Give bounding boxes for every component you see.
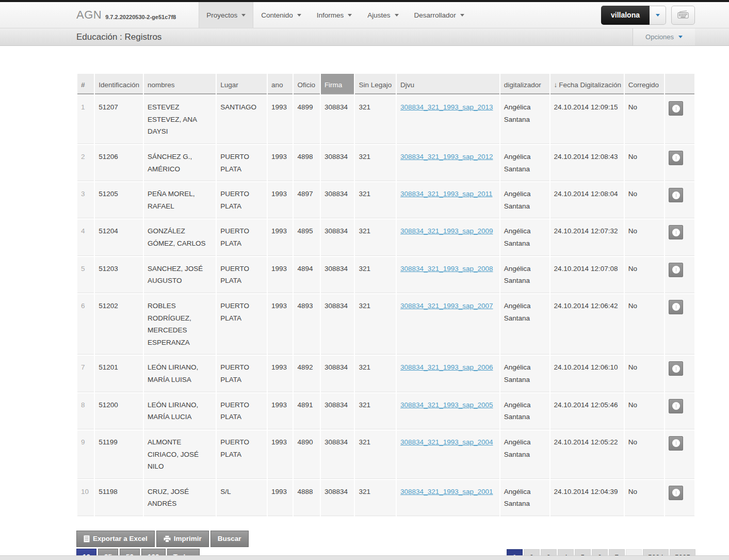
keyboard-icon [677, 10, 689, 20]
row-detail-button[interactable] [669, 399, 683, 413]
user-dropdown-toggle[interactable] [650, 6, 666, 25]
options-dropdown[interactable]: Opciones [633, 28, 695, 45]
djvu-link[interactable]: 308834_321_1993_sap_2005 [400, 401, 493, 409]
cell-ano: 1993 [268, 480, 293, 516]
row-detail-button[interactable] [669, 300, 683, 314]
cell-identificacion: 51200 [95, 393, 143, 429]
header-label: nombres [148, 81, 175, 89]
table-header-row: #IdentificaciónnombresLugaranoOficioFirm… [77, 74, 694, 94]
header-label: # [81, 81, 85, 89]
col-header-corregido[interactable]: Corregido [625, 74, 665, 94]
cell-djvu: 308834_321_1993_sap_2008 [397, 257, 499, 293]
cell-nombres: SANCHEZ, JOSÉ AUGUSTO [144, 257, 216, 293]
djvu-link[interactable]: 308834_321_1993_sap_2008 [400, 265, 493, 273]
cell-corregido: No [625, 356, 665, 392]
export-print-search-buttons: Exportar a ExcelImprimirBuscar [76, 531, 249, 547]
imprimir-button[interactable]: Imprimir [156, 531, 209, 547]
row-detail-button[interactable] [669, 188, 683, 202]
cell-identificacion: 51198 [95, 480, 143, 516]
cell-lugar: SANTIAGO [217, 95, 267, 144]
cell-oficio: 4888 [294, 480, 319, 516]
col-header-oficio[interactable]: Oficio [294, 74, 319, 94]
cell-djvu: 308834_321_1993_sap_2009 [397, 219, 499, 255]
col-header-nombres[interactable]: nombres [144, 74, 216, 94]
row-detail-button[interactable] [669, 486, 683, 500]
nav-menu-informes[interactable]: Informes [309, 2, 360, 28]
col-header-djvu[interactable]: Djvu [397, 74, 499, 94]
nav-menu-proyectos[interactable]: Proyectos [199, 2, 253, 28]
table-row: 351205PEÑA MOREL, RAFAELPUERTO PLATA1993… [77, 182, 694, 218]
row-detail-button[interactable] [669, 263, 683, 277]
nav-menu-ajustes[interactable]: Ajustes [360, 2, 406, 28]
cell-ano: 1993 [268, 356, 293, 392]
cell-corregido: No [625, 95, 665, 144]
cell-firma: 308834 [321, 95, 354, 144]
cell-fecha: 24.10.2014 12:06:42 [550, 294, 624, 355]
row-detail-button[interactable] [669, 101, 683, 116]
info-icon [672, 191, 680, 199]
djvu-link[interactable]: 308834_321_1993_sap_2001 [400, 488, 493, 495]
header-label: ano [271, 81, 283, 89]
cell-actions [665, 219, 694, 255]
cell-nombres: ALMONTE CIRIACO, JOSÉ NILO [144, 430, 216, 479]
chevron-down-icon [460, 14, 464, 17]
djvu-link[interactable]: 308834_321_1993_sap_2012 [400, 153, 493, 161]
cell-actions [665, 257, 694, 293]
cell-djvu: 308834_321_1993_sap_2006 [397, 356, 499, 392]
cell-nombres: GONZÁLEZ GÓMEZ, CARLOS [144, 219, 216, 255]
cell-sin_legajo: 321 [355, 182, 396, 218]
cell-corregido: No [625, 480, 665, 516]
col-header-actions [665, 74, 694, 94]
row-detail-button[interactable] [669, 361, 683, 376]
cell-n: 3 [77, 182, 94, 218]
djvu-link[interactable]: 308834_321_1993_sap_2013 [400, 103, 493, 111]
cell-firma: 308834 [321, 257, 354, 293]
sort-desc-icon: ↓ [554, 81, 558, 89]
user-button[interactable]: villalona [601, 6, 650, 25]
cell-sin_legajo: 321 [355, 356, 396, 392]
col-header-fecha[interactable]: ↓Fecha Digitalización [550, 74, 624, 94]
col-header-sin_legajo[interactable]: Sin Legajo [355, 74, 396, 94]
cell-oficio: 4898 [294, 145, 319, 181]
row-detail-button[interactable] [669, 151, 683, 165]
row-detail-button[interactable] [669, 225, 683, 239]
cell-djvu: 308834_321_1993_sap_2012 [397, 145, 499, 181]
col-header-ano[interactable]: ano [268, 74, 293, 94]
cell-lugar: PUERTO PLATA [217, 430, 267, 479]
nav-menu-contenido[interactable]: Contenido [253, 2, 309, 28]
cell-firma: 308834 [321, 145, 354, 181]
cell-lugar: PUERTO PLATA [217, 182, 267, 218]
row-detail-button[interactable] [669, 436, 683, 451]
djvu-link[interactable]: 308834_321_1993_sap_2007 [400, 302, 493, 310]
cell-n: 2 [77, 145, 94, 181]
col-header-digitalizador[interactable]: digitalizador [500, 74, 549, 94]
info-icon [672, 489, 680, 497]
djvu-link[interactable]: 308834_321_1993_sap_2011 [400, 190, 492, 198]
cell-corregido: No [625, 182, 665, 218]
app-brand[interactable]: AGN 9.7.2.20220530-2-ge51c7f8 [76, 2, 176, 28]
buscar-button[interactable]: Buscar [210, 531, 249, 547]
page-header-bar: Educación : Registros Opciones [0, 28, 729, 46]
exportar-a-excel-button[interactable]: Exportar a Excel [76, 531, 155, 547]
cell-n: 6 [77, 294, 94, 355]
cell-identificacion: 51201 [95, 356, 143, 392]
table-row: 1051198CRUZ, JOSÉ ANDRÉSS/L1993488830883… [77, 480, 694, 516]
col-header-lugar[interactable]: Lugar [217, 74, 267, 94]
djvu-link[interactable]: 308834_321_1993_sap_2009 [400, 227, 493, 235]
cell-ano: 1993 [268, 145, 293, 181]
header-label: Oficio [297, 81, 315, 89]
djvu-link[interactable]: 308834_321_1993_sap_2004 [400, 438, 493, 446]
nav-menu-desarrollador[interactable]: Desarrollador [407, 2, 472, 28]
navbar-right: villalona [601, 2, 695, 28]
app-version: 9.7.2.20220530-2-ge51c7f8 [105, 14, 176, 20]
col-header-identificacion[interactable]: Identificación [95, 74, 143, 94]
col-header-n[interactable]: # [77, 74, 94, 94]
keyboard-button[interactable] [671, 6, 695, 25]
cell-fecha: 24.10.2014 12:05:22 [550, 430, 624, 479]
table-row: 251206SÁNCHEZ G., AMÉRICOPUERTO PLATA199… [77, 145, 694, 181]
col-header-firma[interactable]: Firma [321, 74, 354, 94]
cell-djvu: 308834_321_1993_sap_2004 [397, 430, 499, 479]
djvu-link[interactable]: 308834_321_1993_sap_2006 [400, 363, 493, 371]
cell-lugar: PUERTO PLATA [217, 219, 267, 255]
cell-corregido: No [625, 145, 665, 181]
